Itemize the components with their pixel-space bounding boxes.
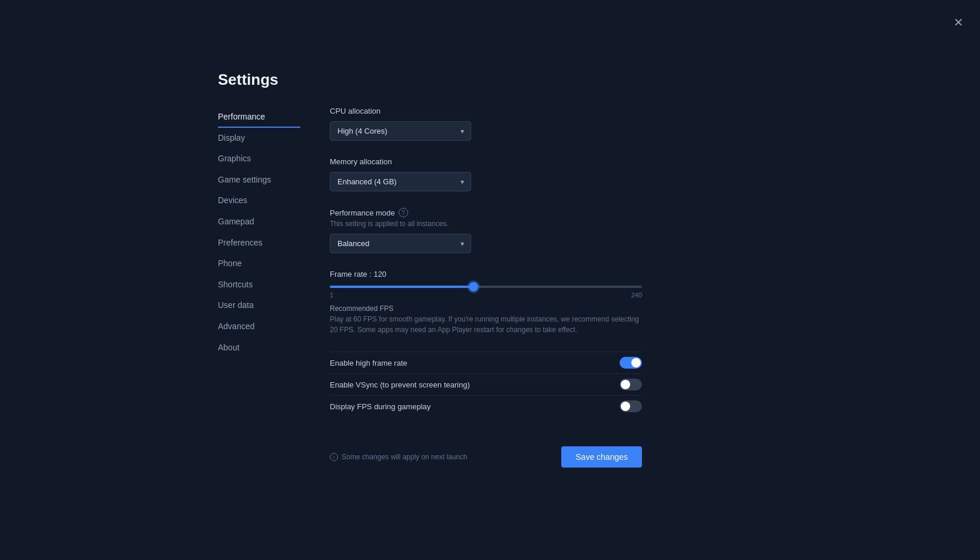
fps-note-title: Recommended FPS: [330, 304, 642, 313]
slider-track[interactable]: [330, 286, 642, 288]
footer-note: i Some changes will apply on next launch: [330, 453, 467, 461]
cpu-allocation-label: CPU allocation: [330, 107, 642, 115]
toggle-label-high-frame-rate: Enable high frame rate: [330, 359, 408, 367]
sidebar-item-devices[interactable]: Devices: [218, 190, 300, 211]
toggle-vsync[interactable]: [620, 379, 642, 390]
sidebar-item-user-data[interactable]: User data: [218, 295, 300, 316]
toggles-section: Enable high frame rate Enable VSync (to …: [330, 352, 642, 417]
toggle-row-display-fps: Display FPS during gameplay: [330, 395, 642, 417]
toggle-row-high-frame-rate: Enable high frame rate: [330, 352, 642, 373]
sidebar-item-phone[interactable]: Phone: [218, 253, 300, 274]
fps-note-desc: Play at 60 FPS for smooth gameplay. If y…: [330, 314, 642, 335]
main-content: CPU allocation Low (1 Core) Medium (2 Co…: [330, 107, 642, 491]
sidebar-item-game-settings[interactable]: Game settings: [218, 170, 300, 191]
toggle-label-vsync: Enable VSync (to prevent screen tearing): [330, 380, 470, 389]
toggle-row-vsync: Enable VSync (to prevent screen tearing): [330, 373, 642, 395]
memory-allocation-label: Memory allocation: [330, 157, 642, 166]
toggle-label-display-fps: Display FPS during gameplay: [330, 402, 431, 411]
slider-max: 240: [631, 291, 642, 299]
toggle-display-fps[interactable]: [620, 400, 642, 412]
sidebar: Performance Display Graphics Game settin…: [218, 107, 300, 491]
save-changes-button[interactable]: Save changes: [561, 446, 642, 468]
memory-allocation-section: Memory allocation Standard (2 GB) Enhanc…: [330, 157, 642, 191]
performance-mode-label: Performance mode: [330, 208, 395, 217]
cpu-allocation-select-wrapper: Low (1 Core) Medium (2 Cores) High (4 Co…: [330, 121, 471, 141]
page-title: Settings: [218, 71, 642, 89]
frame-rate-section: Frame rate : 120 1 240 Recommended FPS P…: [330, 270, 642, 335]
cpu-allocation-section: CPU allocation Low (1 Core) Medium (2 Co…: [330, 107, 642, 141]
frame-rate-label: Frame rate : 120: [330, 270, 642, 279]
toggle-knob-display-fps: [621, 402, 630, 411]
frame-rate-slider-container: [330, 286, 642, 288]
footer: i Some changes will apply on next launch…: [330, 435, 642, 468]
performance-mode-select[interactable]: Power saving Balanced High performance: [330, 234, 471, 253]
performance-mode-select-wrapper: Power saving Balanced High performance: [330, 234, 471, 253]
slider-fill: [330, 286, 474, 288]
toggle-knob-vsync: [621, 380, 630, 389]
sidebar-item-gamepad[interactable]: Gamepad: [218, 211, 300, 233]
slider-range: 1 240: [330, 291, 642, 299]
performance-mode-hint: This setting is applied to all instances…: [330, 220, 642, 228]
sidebar-item-shortcuts[interactable]: Shortcuts: [218, 274, 300, 296]
slider-min: 1: [330, 291, 333, 299]
close-button[interactable]: ✕: [949, 12, 968, 33]
footer-note-text: Some changes will apply on next launch: [342, 453, 467, 461]
toggle-knob-high-frame-rate: [631, 358, 641, 367]
cpu-allocation-select[interactable]: Low (1 Core) Medium (2 Cores) High (4 Co…: [330, 121, 471, 141]
sidebar-item-preferences[interactable]: Preferences: [218, 233, 300, 254]
sidebar-item-about[interactable]: About: [218, 337, 300, 359]
sidebar-item-graphics[interactable]: Graphics: [218, 148, 300, 170]
info-icon: i: [330, 453, 338, 461]
fps-note: Recommended FPS Play at 60 FPS for smoot…: [330, 304, 642, 335]
memory-allocation-select-wrapper: Standard (2 GB) Enhanced (4 GB) High (8 …: [330, 172, 471, 191]
toggle-high-frame-rate[interactable]: [620, 357, 642, 369]
memory-allocation-select[interactable]: Standard (2 GB) Enhanced (4 GB) High (8 …: [330, 172, 471, 191]
sidebar-item-display[interactable]: Display: [218, 128, 300, 149]
slider-thumb[interactable]: [469, 282, 478, 291]
sidebar-item-performance[interactable]: Performance: [218, 107, 300, 128]
performance-mode-help-icon[interactable]: ?: [399, 208, 408, 217]
performance-mode-section: Performance mode ? This setting is appli…: [330, 208, 642, 253]
sidebar-item-advanced[interactable]: Advanced: [218, 316, 300, 337]
